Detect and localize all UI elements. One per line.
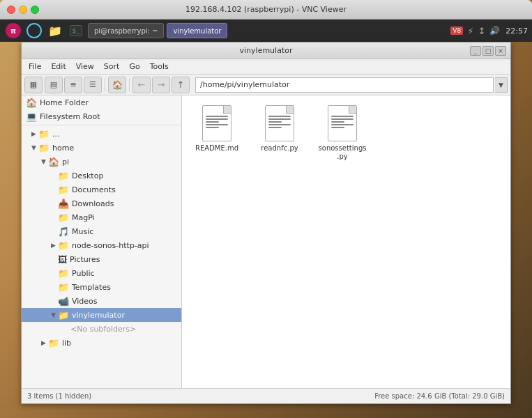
vnc-titlebar: 192.168.4.102 (raspberrypi) - VNC Viewer xyxy=(0,0,532,20)
file-readnfc[interactable]: readnfc.py xyxy=(252,102,307,164)
compact-view-button[interactable]: ▤ xyxy=(45,77,63,93)
folder-icon-downloads: 📥 xyxy=(58,199,69,209)
folder-icon: 📁 xyxy=(48,24,62,38)
fm-close-button[interactable]: × xyxy=(495,46,506,56)
pi-logo-button[interactable]: π xyxy=(4,22,22,40)
file-readme[interactable]: README.md xyxy=(189,102,245,164)
forward-button[interactable]: → xyxy=(152,77,170,93)
tree-label-documents: Documents xyxy=(72,185,116,194)
folder-icon-0: 📁 xyxy=(38,129,50,139)
browser-button[interactable] xyxy=(25,22,43,40)
menu-sort[interactable]: Sort xyxy=(100,61,124,72)
tree-label-music: Music xyxy=(72,227,93,236)
folder-icon-lib: 📁 xyxy=(48,338,59,348)
tree-label-lib: lib xyxy=(62,339,71,348)
menu-tools[interactable]: Tools xyxy=(146,61,173,72)
tree-arrow-node-sonos: ▶ xyxy=(51,242,58,249)
sidebar-tree-item-vinylemulator[interactable]: ▼ 📁 vinylemulator xyxy=(22,308,181,322)
fm-maximize-button[interactable]: □ xyxy=(482,46,494,56)
sidebar-tree-item-magpi[interactable]: 📁 MagPi xyxy=(22,210,181,224)
os-window: 192.168.4.102 (raspberrypi) - VNC Viewer… xyxy=(0,0,532,418)
line2 xyxy=(331,118,354,120)
sidebar-tree-item-downloads[interactable]: 📥 Downloads xyxy=(22,196,181,210)
terminal-button[interactable]: $_ xyxy=(67,22,85,40)
sidebar-tree-item-public[interactable]: 📁 Public xyxy=(22,266,181,280)
sidebar-tree-item-desktop[interactable]: 📁 Desktop xyxy=(22,169,181,183)
file-sonossettings-lines xyxy=(328,116,356,128)
volume-icon: 🔊 xyxy=(489,26,500,36)
vnc-title: 192.168.4.102 (raspberrypi) - VNC Viewer xyxy=(185,5,347,14)
tree-label-no-subfolders: <No subfolders> xyxy=(70,325,136,334)
folder-icon-desktop: 📁 xyxy=(58,171,69,181)
sidebar-tree-item-documents[interactable]: 📁 Documents xyxy=(22,183,181,196)
sidebar-tree-item-videos[interactable]: 📹 Videos xyxy=(22,294,181,308)
line1 xyxy=(206,116,228,117)
file-readnfc-lines xyxy=(266,116,294,128)
folder-icon-public: 📁 xyxy=(58,268,69,279)
minimize-dot[interactable] xyxy=(19,6,27,14)
address-text: /home/pi/vinylemulator xyxy=(200,80,289,89)
v8-icon: V8 xyxy=(450,26,463,35)
close-dot[interactable] xyxy=(7,6,15,14)
address-dropdown[interactable]: ▼ xyxy=(495,77,508,93)
sidebar-tree-item-0[interactable]: ▶ 📁 ... xyxy=(22,127,181,141)
traffic-lights xyxy=(7,6,39,14)
sidebar-item-home[interactable]: 🏠 Home Folder xyxy=(22,95,181,109)
menu-edit[interactable]: Edit xyxy=(47,61,70,72)
file-readme-name: README.md xyxy=(195,144,238,153)
fm-minimize-button[interactable]: _ xyxy=(470,46,481,56)
menu-go[interactable]: Go xyxy=(125,61,144,72)
terminal-app-button[interactable]: pi@raspberrypi: ~ xyxy=(88,23,164,38)
vinylemulator-app-button[interactable]: vinylemulator xyxy=(167,23,227,38)
line5 xyxy=(206,127,219,128)
sidebar-tree-item-node-sonos[interactable]: ▶ 📁 node-sonos-http-api xyxy=(22,238,181,252)
fm-title: vinylemulator xyxy=(240,46,293,55)
file-readme-lines xyxy=(203,116,231,128)
line5 xyxy=(268,127,282,128)
line2 xyxy=(268,118,291,120)
icon-view-button[interactable]: ▦ xyxy=(24,77,43,93)
line1 xyxy=(268,116,291,117)
line5 xyxy=(331,127,344,128)
folder-icon-node-sonos: 📁 xyxy=(58,240,69,251)
line2 xyxy=(206,118,228,120)
maximize-dot[interactable] xyxy=(31,6,39,14)
line3 xyxy=(331,121,344,123)
menu-file[interactable]: File xyxy=(24,61,45,72)
file-readnfc-icon xyxy=(265,105,294,141)
bluetooth-icon: ⚡ xyxy=(467,26,473,36)
tree-label-pictures: Pictures xyxy=(70,255,100,264)
detail-view2-button[interactable]: ☰ xyxy=(84,77,102,93)
file-sonossettings-icon xyxy=(328,105,357,141)
sidebar-tree-item-home[interactable]: ▼ 📁 home xyxy=(22,141,181,155)
tree-label-magpi: MagPi xyxy=(72,213,95,222)
fm-content: 🏠 Home Folder 💻 Filesystem Root ▶ 📁 ... xyxy=(22,95,510,388)
filemanager-button[interactable]: 📁 xyxy=(46,22,64,40)
sidebar-home-label: Home Folder xyxy=(40,98,89,107)
tree-arrow-0: ▶ xyxy=(31,130,38,137)
tree-label-templates: Templates xyxy=(72,283,111,292)
terminal-app-label: pi@raspberrypi: ~ xyxy=(94,27,158,35)
tree-label-videos: Videos xyxy=(72,297,98,306)
folder-icon-templates: 📁 xyxy=(58,282,69,293)
clock: 22:57 xyxy=(506,26,528,36)
line3 xyxy=(268,121,282,123)
sidebar-tree-item-pi[interactable]: ▼ 🏠 pi xyxy=(22,155,181,169)
file-sonossettings[interactable]: sonossettings.py xyxy=(314,102,370,164)
sidebar-divider-1 xyxy=(22,125,181,125)
sidebar-tree-item-lib[interactable]: ▶ 📁 lib xyxy=(22,336,181,350)
back-button[interactable]: ← xyxy=(132,77,151,93)
fm-filepane: README.md readnfc.py xyxy=(182,95,510,388)
home-button[interactable]: 🏠 xyxy=(108,77,126,93)
sidebar-item-filesystem[interactable]: 💻 Filesystem Root xyxy=(22,109,181,123)
sidebar-tree-item-music[interactable]: 🎵 Music xyxy=(22,224,181,238)
folder-icon-videos: 📹 xyxy=(58,296,69,307)
address-bar[interactable]: /home/pi/vinylemulator xyxy=(195,77,494,93)
up-button[interactable]: ↑ xyxy=(172,77,190,93)
sidebar-tree-item-pictures[interactable]: 🖼 Pictures xyxy=(22,252,181,266)
taskbar-icons: V8 ⚡ ↕ 🔊 xyxy=(450,26,500,36)
sidebar-tree-item-templates[interactable]: 📁 Templates xyxy=(22,280,181,294)
menu-view[interactable]: View xyxy=(72,61,98,72)
tree-arrow-lib: ▶ xyxy=(41,339,48,346)
detail-view-button[interactable]: ≡ xyxy=(64,77,82,93)
